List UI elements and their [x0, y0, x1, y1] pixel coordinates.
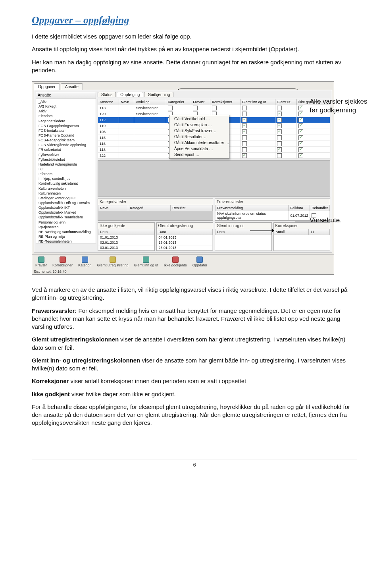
col-fravaer[interactable]: Fravær: [191, 99, 210, 105]
tab-oppgaver[interactable]: Oppgaver: [34, 83, 60, 90]
bottom-toolbar: Fravær Korreksjoner Kategori Glemt utreg…: [32, 254, 334, 269]
gu-row: 16.01.2013: [157, 240, 213, 245]
sidebar-item[interactable]: Lærlinger kontor og IKT: [36, 196, 96, 200]
toolbar-glemt-inn-ut[interactable]: Glemt inn og ut: [134, 256, 158, 267]
sidebar-item[interactable]: Kulturarvenheten: [36, 186, 96, 191]
context-menu-item[interactable]: Gå til Vedlikehold …: [169, 116, 229, 122]
status-bar: Sist hentet: 10:16:40: [32, 269, 334, 274]
sidebar-item[interactable]: Fylkesarkivet: [36, 152, 96, 157]
toolbar-glemt-utreg[interactable]: Glemt utregistrering: [97, 256, 129, 267]
sidebar-item[interactable]: Opplandstrafikk IKT: [36, 205, 96, 210]
body-p5: Fraværsvarsler: For eksempel melding hvi…: [32, 307, 357, 331]
body-p7: Glemt inn- og utregistreringskolonnen vi…: [32, 357, 357, 373]
sidebar-item[interactable]: RE-Plan og miljø: [36, 234, 96, 239]
sidebar-item[interactable]: FOS-Videregående opplæring: [36, 143, 96, 147]
katv-col-kategori[interactable]: Kategori: [128, 205, 171, 211]
sidebar-item[interactable]: Arkiv: [36, 109, 96, 114]
sidebar-item[interactable]: FOS-Karriere Oppland: [36, 133, 96, 138]
arrow-icon: [250, 228, 274, 233]
sidebar-item[interactable]: RE-Næring og samfunnsutvikling: [36, 229, 96, 234]
sidebar-item[interactable]: FOS-Inntaksteam: [36, 128, 96, 133]
sidebar-item[interactable]: A/S Kirkegt: [36, 104, 96, 109]
svg-marker-1: [272, 229, 274, 232]
korreksjoner-box: Korreksjoner Antall 11: [273, 222, 331, 251]
col-navn[interactable]: Navn: [119, 99, 134, 105]
intro-p3: Her kan man ha daglig oppfølging av sine…: [32, 58, 357, 75]
sidebar-item[interactable]: FOS-Pedagogisk team: [36, 138, 96, 143]
ikke-godkjente-table[interactable]: Dato 01.01.2013 02.01.2013 03.01.2013: [98, 229, 154, 251]
korr-value: 11: [309, 229, 330, 235]
kategorivarsler-title: Kategorivarsler: [98, 199, 213, 205]
korr-col-antall[interactable]: Antall: [274, 229, 309, 235]
tab-ansatte[interactable]: Ansatte: [61, 83, 83, 90]
col-korr[interactable]: Korreksjoner: [210, 99, 240, 105]
sidebar-item[interactable]: RE-Regionalenheten: [36, 239, 96, 243]
sidebar[interactable]: Ansatte _AlleA/S KirkegtArkivEiendomFage…: [36, 92, 96, 243]
glemt-utreg-box: Glemt utregistrering Dato 04.01.2013 16.…: [156, 222, 214, 251]
page-title: Oppgaver – oppfølging: [32, 14, 357, 26]
context-menu-item[interactable]: Gå til Syk/Fast fravær …: [169, 128, 229, 134]
table-row[interactable]: 113Servicesenter: [98, 105, 330, 111]
main-panel: Ansatte _AlleA/S KirkegtArkivEiendomFage…: [34, 90, 332, 253]
col-kategorier[interactable]: Kategorier: [166, 99, 191, 105]
glemt-inn-ut-title: Glemt inn og ut: [215, 223, 271, 229]
sidebar-item[interactable]: Eiendom: [36, 114, 96, 118]
context-menu-item[interactable]: Gå til Fraværsplan …: [169, 122, 229, 128]
ig-row: 03.01.2013: [98, 245, 154, 251]
kategorivarsler-table[interactable]: Navn Kategori Resultat: [98, 205, 213, 211]
ikke-godkjente-box: Ikke godkjente Dato 01.01.2013 02.01.201…: [98, 222, 155, 251]
sidebar-item[interactable]: FOS-Fagopplæringsteam: [36, 123, 96, 128]
sidebar-item[interactable]: Infoteam: [36, 172, 96, 176]
fravaersvarsler-title: Fraværsvarsler: [215, 199, 330, 205]
katv-col-resultat[interactable]: Resultat: [171, 205, 213, 211]
context-menu-item[interactable]: Gå til Akkumulerte resultater …: [169, 140, 229, 146]
glemt-utreg-table[interactable]: Dato 04.01.2013 16.01.2013 25.01.2013: [157, 229, 213, 251]
subtab-status[interactable]: Status: [98, 92, 116, 97]
sidebar-item[interactable]: Opplandstrafikk Drift og Forvaltn: [36, 200, 96, 205]
intro-p1: I dette skjermbildet vises oppgaver som …: [32, 33, 357, 40]
sidebar-item[interactable]: Pp-tjenesten: [36, 225, 96, 229]
gu-col-dato[interactable]: Dato: [157, 229, 213, 235]
sidebar-item[interactable]: IKT: [36, 167, 96, 172]
context-menu[interactable]: Gå til Vedlikehold …Gå til Fraværsplan ……: [169, 115, 229, 159]
context-menu-item[interactable]: Åpne Personaldata …: [169, 146, 229, 152]
sidebar-item[interactable]: Fylkesbiblioteket: [36, 157, 96, 162]
sidebar-item[interactable]: Kontrollutvalg sekretariat: [36, 181, 96, 186]
sidebar-item[interactable]: Kulturenheten: [36, 191, 96, 196]
katv-col-navn[interactable]: Navn: [98, 205, 128, 211]
sidebar-item[interactable]: Opplandstrafikk Teamledere: [36, 215, 96, 220]
subtab-oppfolging[interactable]: Oppfølging: [117, 92, 143, 97]
toolbar-oppdater[interactable]: Oppdater: [192, 256, 208, 267]
fv-col-melding[interactable]: Fraværsmelding: [216, 205, 289, 211]
sidebar-item[interactable]: _Alle: [36, 99, 96, 104]
sidebar-item[interactable]: FR sekretariat: [36, 147, 96, 152]
subtab-godkjenning[interactable]: Godkjenning: [144, 92, 173, 97]
ig-col-dato[interactable]: Dato: [98, 229, 154, 235]
top-tab-row: Oppgaver Ansatte: [32, 82, 334, 90]
toolbar-kategori[interactable]: Kategori: [78, 256, 92, 267]
sidebar-item[interactable]: Hadeland Videregående: [36, 162, 96, 167]
col-glemt-ut[interactable]: Glemt ut: [275, 99, 296, 105]
fv-col-feildato[interactable]: Feildato: [289, 205, 310, 211]
korreksjoner-table[interactable]: Antall 11: [274, 229, 330, 235]
fv-row-feildato: 01.07.2012: [289, 211, 310, 220]
toolbar-ikke-godkjente[interactable]: Ikke godkjente: [164, 256, 187, 267]
sidebar-item[interactable]: Fagenhetsledere: [36, 119, 96, 123]
toolbar-korreksjoner[interactable]: Korreksjoner: [52, 256, 73, 267]
annotation-all-warnings: Alle varsler sjekkes før godkjenning: [310, 97, 373, 115]
sidebar-item[interactable]: Personal og lønn: [36, 220, 96, 225]
col-avdeling[interactable]: Avdeling: [134, 99, 166, 105]
kategorivarsler-box: Kategorivarsler Navn Kategori Resultat: [98, 199, 213, 221]
context-menu-item[interactable]: Send epost …: [169, 152, 229, 158]
col-glemt-inn-ut[interactable]: Glemt inn og ut: [240, 99, 275, 105]
sidebar-item[interactable]: Opplandstrafikk Marked: [36, 210, 96, 215]
context-menu-item[interactable]: Gå til Resultater …: [169, 134, 229, 140]
col-ansattnr[interactable]: Ansattnr: [98, 99, 119, 105]
gu-row: 25.01.2013: [157, 245, 213, 251]
body-p4: Ved å markere en av de ansatte i listen,…: [32, 286, 357, 302]
fv-col-behandlet[interactable]: Behandlet: [310, 205, 330, 211]
ig-row: 01.01.2013: [98, 235, 154, 240]
sidebar-header: Ansatte: [36, 92, 96, 98]
toolbar-fravaer[interactable]: Fravær: [35, 256, 47, 267]
sidebar-item[interactable]: Innkjøp, controll, jus: [36, 176, 96, 181]
